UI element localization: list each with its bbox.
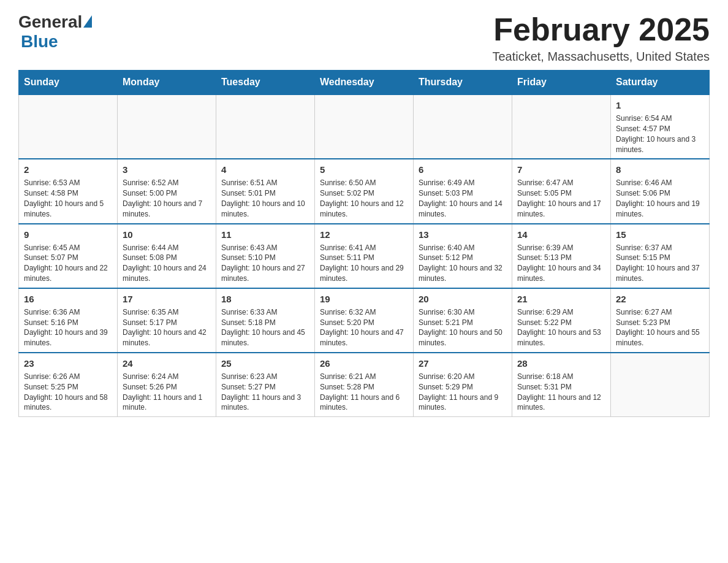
day-info: Sunrise: 6:39 AMSunset: 5:13 PMDaylight:…	[517, 243, 605, 284]
day-number: 14	[517, 228, 605, 241]
location-subtitle: Teaticket, Massachusetts, United States	[492, 50, 710, 64]
calendar-cell: 9Sunrise: 6:45 AMSunset: 5:07 PMDaylight…	[19, 224, 118, 288]
day-number: 18	[221, 293, 309, 305]
day-info: Sunrise: 6:26 AMSunset: 5:25 PMDaylight:…	[24, 372, 112, 413]
title-area: February 2025 Teaticket, Massachusetts, …	[492, 12, 710, 64]
calendar-cell: 19Sunrise: 6:32 AMSunset: 5:20 PMDayligh…	[315, 288, 414, 353]
day-info: Sunrise: 6:54 AMSunset: 4:57 PMDaylight:…	[616, 113, 704, 155]
calendar-cell	[118, 94, 216, 159]
calendar-header-row: SundayMondayTuesdayWednesdayThursdayFrid…	[19, 71, 710, 95]
calendar-table: SundayMondayTuesdayWednesdayThursdayFrid…	[18, 70, 710, 417]
calendar-cell	[315, 94, 414, 159]
day-info: Sunrise: 6:30 AMSunset: 5:21 PMDaylight:…	[419, 307, 507, 348]
column-header-saturday: Saturday	[611, 71, 710, 95]
day-info: Sunrise: 6:49 AMSunset: 5:03 PMDaylight:…	[419, 178, 507, 219]
day-number: 22	[616, 293, 704, 305]
day-info: Sunrise: 6:24 AMSunset: 5:26 PMDaylight:…	[123, 372, 211, 413]
day-info: Sunrise: 6:27 AMSunset: 5:23 PMDaylight:…	[616, 307, 704, 348]
calendar-week-row: 1Sunrise: 6:54 AMSunset: 4:57 PMDaylight…	[19, 94, 710, 159]
calendar-cell: 15Sunrise: 6:37 AMSunset: 5:15 PMDayligh…	[611, 224, 710, 288]
calendar-cell	[414, 94, 512, 159]
calendar-week-row: 16Sunrise: 6:36 AMSunset: 5:16 PMDayligh…	[19, 288, 710, 353]
day-number: 21	[517, 293, 605, 305]
day-info: Sunrise: 6:44 AMSunset: 5:08 PMDaylight:…	[123, 243, 211, 284]
calendar-cell: 17Sunrise: 6:35 AMSunset: 5:17 PMDayligh…	[118, 288, 216, 353]
calendar-cell: 16Sunrise: 6:36 AMSunset: 5:16 PMDayligh…	[19, 288, 118, 353]
month-title: February 2025	[492, 12, 710, 47]
calendar-cell: 1Sunrise: 6:54 AMSunset: 4:57 PMDaylight…	[611, 94, 710, 159]
calendar-cell	[216, 94, 315, 159]
logo-blue-label: Blue	[21, 32, 58, 51]
day-number: 5	[320, 163, 408, 176]
day-info: Sunrise: 6:37 AMSunset: 5:15 PMDaylight:…	[616, 243, 704, 284]
day-number: 8	[616, 163, 704, 176]
day-number: 7	[517, 163, 605, 176]
day-info: Sunrise: 6:51 AMSunset: 5:01 PMDaylight:…	[221, 178, 309, 219]
day-number: 16	[24, 293, 112, 305]
calendar-cell	[512, 94, 611, 159]
day-info: Sunrise: 6:43 AMSunset: 5:10 PMDaylight:…	[221, 243, 309, 284]
logo-general-label: General	[18, 12, 82, 32]
calendar-cell: 3Sunrise: 6:52 AMSunset: 5:00 PMDaylight…	[118, 159, 216, 223]
day-number: 24	[123, 357, 211, 370]
day-number: 2	[24, 163, 112, 176]
day-number: 19	[320, 293, 408, 305]
calendar-cell	[611, 353, 710, 417]
day-info: Sunrise: 6:36 AMSunset: 5:16 PMDaylight:…	[24, 307, 112, 348]
day-number: 15	[616, 228, 704, 241]
day-info: Sunrise: 6:32 AMSunset: 5:20 PMDaylight:…	[320, 307, 408, 348]
day-info: Sunrise: 6:29 AMSunset: 5:22 PMDaylight:…	[517, 307, 605, 348]
day-number: 9	[24, 228, 112, 241]
day-info: Sunrise: 6:23 AMSunset: 5:27 PMDaylight:…	[221, 372, 309, 413]
day-info: Sunrise: 6:20 AMSunset: 5:29 PMDaylight:…	[419, 372, 507, 413]
day-info: Sunrise: 6:53 AMSunset: 4:58 PMDaylight:…	[24, 178, 112, 219]
column-header-wednesday: Wednesday	[315, 71, 414, 95]
calendar-cell: 10Sunrise: 6:44 AMSunset: 5:08 PMDayligh…	[118, 224, 216, 288]
calendar-cell: 4Sunrise: 6:51 AMSunset: 5:01 PMDaylight…	[216, 159, 315, 223]
day-number: 3	[123, 163, 211, 176]
day-info: Sunrise: 6:52 AMSunset: 5:00 PMDaylight:…	[123, 178, 211, 219]
day-info: Sunrise: 6:41 AMSunset: 5:11 PMDaylight:…	[320, 243, 408, 284]
day-number: 13	[419, 228, 507, 241]
calendar-cell: 23Sunrise: 6:26 AMSunset: 5:25 PMDayligh…	[19, 353, 118, 417]
day-number: 4	[221, 163, 309, 176]
calendar-cell: 26Sunrise: 6:21 AMSunset: 5:28 PMDayligh…	[315, 353, 414, 417]
logo: General Blue	[18, 12, 92, 52]
day-number: 20	[419, 293, 507, 305]
column-header-friday: Friday	[512, 71, 611, 95]
day-info: Sunrise: 6:33 AMSunset: 5:18 PMDaylight:…	[221, 307, 309, 348]
column-header-monday: Monday	[118, 71, 216, 95]
day-info: Sunrise: 6:47 AMSunset: 5:05 PMDaylight:…	[517, 178, 605, 219]
calendar-week-row: 23Sunrise: 6:26 AMSunset: 5:25 PMDayligh…	[19, 353, 710, 417]
calendar-cell: 11Sunrise: 6:43 AMSunset: 5:10 PMDayligh…	[216, 224, 315, 288]
calendar-cell: 21Sunrise: 6:29 AMSunset: 5:22 PMDayligh…	[512, 288, 611, 353]
day-number: 27	[419, 357, 507, 370]
day-number: 12	[320, 228, 408, 241]
calendar-cell: 7Sunrise: 6:47 AMSunset: 5:05 PMDaylight…	[512, 159, 611, 223]
day-number: 11	[221, 228, 309, 241]
calendar-cell: 24Sunrise: 6:24 AMSunset: 5:26 PMDayligh…	[118, 353, 216, 417]
day-info: Sunrise: 6:40 AMSunset: 5:12 PMDaylight:…	[419, 243, 507, 284]
calendar-cell: 6Sunrise: 6:49 AMSunset: 5:03 PMDaylight…	[414, 159, 512, 223]
calendar-cell: 14Sunrise: 6:39 AMSunset: 5:13 PMDayligh…	[512, 224, 611, 288]
calendar-cell: 18Sunrise: 6:33 AMSunset: 5:18 PMDayligh…	[216, 288, 315, 353]
logo-general-text: General	[18, 12, 92, 32]
day-info: Sunrise: 6:35 AMSunset: 5:17 PMDaylight:…	[123, 307, 211, 348]
column-header-sunday: Sunday	[19, 71, 118, 95]
calendar-cell: 12Sunrise: 6:41 AMSunset: 5:11 PMDayligh…	[315, 224, 414, 288]
calendar-cell: 27Sunrise: 6:20 AMSunset: 5:29 PMDayligh…	[414, 353, 512, 417]
column-header-tuesday: Tuesday	[216, 71, 315, 95]
calendar-week-row: 2Sunrise: 6:53 AMSunset: 4:58 PMDaylight…	[19, 159, 710, 223]
day-info: Sunrise: 6:50 AMSunset: 5:02 PMDaylight:…	[320, 178, 408, 219]
day-info: Sunrise: 6:46 AMSunset: 5:06 PMDaylight:…	[616, 178, 704, 219]
day-number: 28	[517, 357, 605, 370]
day-info: Sunrise: 6:21 AMSunset: 5:28 PMDaylight:…	[320, 372, 408, 413]
calendar-cell: 2Sunrise: 6:53 AMSunset: 4:58 PMDaylight…	[19, 159, 118, 223]
day-number: 10	[123, 228, 211, 241]
day-number: 1	[616, 99, 704, 112]
calendar-cell: 22Sunrise: 6:27 AMSunset: 5:23 PMDayligh…	[611, 288, 710, 353]
day-number: 25	[221, 357, 309, 370]
logo-triangle-icon	[83, 15, 92, 28]
calendar-week-row: 9Sunrise: 6:45 AMSunset: 5:07 PMDaylight…	[19, 224, 710, 288]
calendar-cell: 8Sunrise: 6:46 AMSunset: 5:06 PMDaylight…	[611, 159, 710, 223]
